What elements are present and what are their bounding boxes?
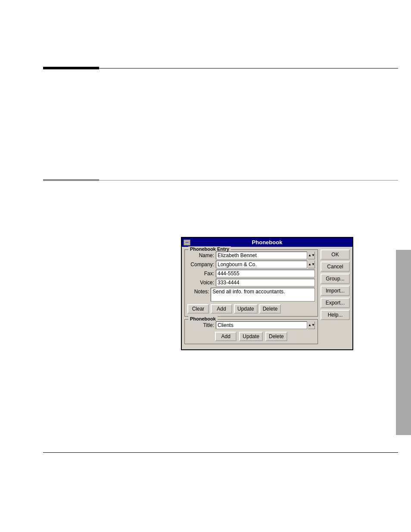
- mid-rule: [43, 179, 398, 181]
- help-button[interactable]: Help...: [321, 310, 350, 320]
- phonebook-group-label: Phonebook: [188, 316, 218, 321]
- fax-label: Fax:: [187, 271, 214, 277]
- sidebar-right: [396, 250, 411, 435]
- clear-button[interactable]: Clear: [187, 304, 209, 314]
- phonebook-entry-group: Phonebook Entry Name: ▲▼ Company: ▲▼: [184, 249, 318, 317]
- add-entry-button[interactable]: Add: [211, 304, 232, 314]
- ok-button[interactable]: OK: [321, 249, 350, 260]
- voice-row: Voice:: [187, 279, 315, 286]
- bottom-rule: [43, 452, 398, 453]
- top-rule: [43, 67, 398, 69]
- fax-row: Fax:: [187, 270, 315, 277]
- company-input[interactable]: [216, 261, 307, 268]
- system-menu-icon[interactable]: ─: [184, 240, 190, 246]
- phonebook-entry-label: Phonebook Entry: [188, 246, 231, 252]
- fax-input[interactable]: [216, 270, 315, 277]
- voice-label: Voice:: [187, 280, 214, 286]
- dialog-title: Phonebook: [252, 239, 283, 246]
- phonebook-group: Phonebook Title: ▲▼ Add Update Delete: [184, 319, 318, 344]
- export-button[interactable]: Export...: [321, 298, 350, 308]
- name-input[interactable]: [216, 252, 307, 259]
- name-spin-btn[interactable]: ▲▼: [308, 252, 315, 259]
- title-spin-btn[interactable]: ▲▼: [308, 321, 315, 329]
- name-label: Name:: [187, 252, 214, 258]
- company-row: Company: ▲▼: [187, 261, 315, 268]
- voice-input[interactable]: [216, 279, 315, 286]
- title-label: Title:: [187, 322, 214, 328]
- notes-input[interactable]: [211, 288, 315, 302]
- update-entry-button[interactable]: Update: [234, 304, 258, 314]
- dialog-titlebar: ─ Phonebook: [182, 238, 352, 247]
- phonebook-action-row: Add Update Delete: [187, 331, 315, 341]
- notes-row: Notes:: [187, 288, 315, 302]
- name-row: Name: ▲▼: [187, 252, 315, 259]
- entry-action-row: Clear Add Update Delete: [187, 303, 315, 314]
- notes-label: Notes:: [187, 288, 209, 295]
- delete-entry-button[interactable]: Delete: [259, 304, 281, 314]
- company-label: Company:: [187, 261, 214, 268]
- title-row: Title: ▲▼: [187, 321, 315, 329]
- group-button[interactable]: Group...: [321, 274, 350, 284]
- company-spin-btn[interactable]: ▲▼: [308, 261, 315, 268]
- title-input[interactable]: [216, 321, 307, 329]
- side-buttons-panel: OK Cancel Group... Import... Export... H…: [321, 249, 350, 347]
- add-phonebook-button[interactable]: Add: [215, 332, 237, 341]
- update-phonebook-button[interactable]: Update: [239, 332, 263, 341]
- cancel-button[interactable]: Cancel: [321, 261, 350, 272]
- import-button[interactable]: Import...: [321, 286, 350, 296]
- delete-phonebook-button[interactable]: Delete: [265, 332, 287, 341]
- phonebook-dialog: ─ Phonebook Phonebook Entry Name: ▲▼: [181, 237, 353, 350]
